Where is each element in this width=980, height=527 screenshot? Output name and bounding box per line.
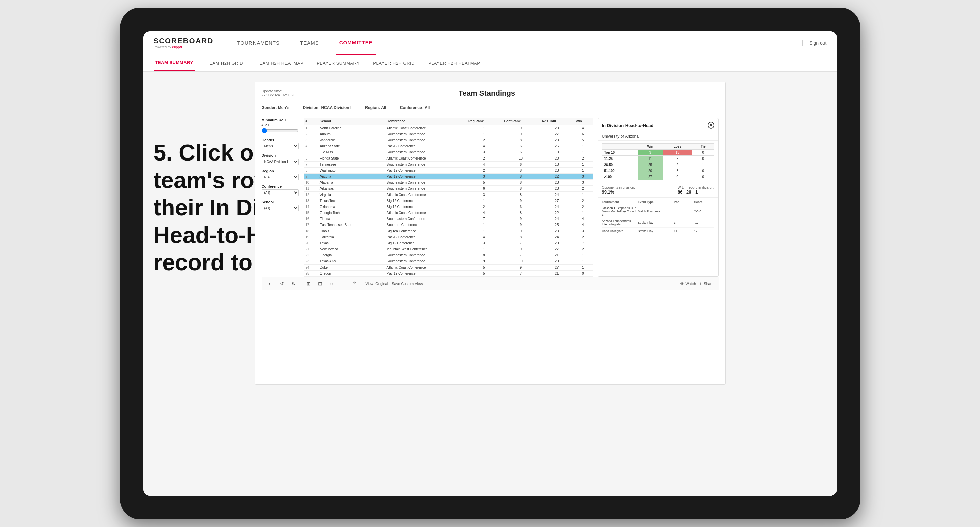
table-row[interactable]: 8 Washington Pac-12 Conference 2 8 23 1 [304, 168, 592, 174]
cell-reg-rank: 9 [466, 259, 502, 265]
h2h-table-section: Win Loss Tie Top 10 3 13 0 11-25 11 8 [598, 141, 718, 183]
h2h-cell-win: 20 [638, 168, 663, 174]
logo-powered: Powered by clippd [154, 45, 214, 49]
table-row[interactable]: 22 Georgia Southeastern Conference 8 7 2… [304, 252, 592, 259]
filter-gender: Gender: Men's [262, 105, 290, 110]
filter-region: Region: All [365, 105, 386, 110]
left-filter-gender-label: Gender [262, 138, 299, 142]
table-row[interactable]: 13 Texas Tech Big 12 Conference 1 9 27 2 [304, 198, 592, 204]
table-row[interactable]: 23 Texas A&M Southeastern Conference 9 1… [304, 259, 592, 265]
standings-table-container: # School Conference Reg Rank Conf Rank R… [304, 118, 592, 277]
table-row[interactable]: 20 Texas Big 12 Conference 3 7 20 7 [304, 240, 592, 246]
save-custom-button[interactable]: Save Custom View [391, 282, 423, 286]
cell-reg-rank: 1 [466, 222, 502, 228]
table-row[interactable]: 12 Virginia Atlantic Coast Conference 3 … [304, 192, 592, 198]
table-row[interactable]: 14 Oklahoma Big 12 Conference 2 6 24 2 [304, 204, 592, 210]
table-row[interactable]: 2 Auburn Southeastern Conference 1 9 27 … [304, 131, 592, 137]
subnav-player-h2h-grid[interactable]: PLAYER H2H GRID [371, 55, 417, 71]
tourn-score: 17 [694, 229, 714, 233]
cell-school: Arizona State [318, 143, 385, 149]
left-filter-division-label: Division [262, 154, 299, 157]
table-row[interactable]: 1 North Carolina Atlantic Coast Conferen… [304, 125, 592, 131]
tournaments-section: Tournament Event Type Pos Score Jackson … [598, 197, 718, 236]
cell-win: 6 [574, 131, 592, 137]
h2h-cell-loss: 8 [663, 156, 692, 162]
record-section: W-L-T record in-division: 86 - 26 - 1 [678, 186, 714, 195]
cell-win: 4 [574, 222, 592, 228]
cell-reg-rank: 3 [466, 174, 502, 180]
view-original-button[interactable]: View: Original [366, 282, 388, 286]
cell-conference: Big 12 Conference [385, 240, 466, 246]
school-select[interactable]: (All) [262, 205, 299, 211]
subnav-team-summary[interactable]: TEAM SUMMARY [154, 55, 195, 71]
h2h-cell-win: 3 [638, 150, 663, 156]
timer-button[interactable]: ⏱ [350, 279, 358, 288]
cell-num: 18 [304, 228, 318, 234]
cell-school: Illinois [318, 228, 385, 234]
table-row[interactable]: 25 Oregon Pac-12 Conference 5 7 21 0 [304, 271, 592, 277]
cell-school: Tennessee [318, 162, 385, 168]
cell-rds: 23 [540, 180, 574, 186]
cell-num: 16 [304, 216, 318, 222]
table-row[interactable]: 5 Ole Miss Southeastern Conference 3 6 1… [304, 149, 592, 156]
tourn-pos: 11 [674, 229, 694, 233]
right-panel-header: In Division Head-to-Head ✕ [598, 119, 718, 132]
table-row[interactable]: 19 California Pac-12 Conference 4 8 24 2 [304, 234, 592, 240]
close-button[interactable]: ✕ [708, 122, 714, 129]
fit-button[interactable]: ○ [328, 279, 336, 288]
table-row[interactable]: 7 Tennessee Southeastern Conference 4 6 … [304, 162, 592, 168]
cell-win: 2 [574, 198, 592, 204]
cell-school: North Carolina [318, 125, 385, 131]
cell-school: Florida [318, 216, 385, 222]
tourn-pos: 1 [674, 221, 694, 224]
cell-win: 2 [574, 234, 592, 240]
table-row[interactable]: 15 Georgia Tech Atlantic Coast Conferenc… [304, 210, 592, 216]
subnav-team-h2h-heatmap[interactable]: TEAM H2H HEATMAP [255, 55, 305, 71]
h2h-cell-label: Top 10 [602, 150, 638, 156]
table-row[interactable]: 3 Vanderbilt Southeastern Conference 2 8… [304, 137, 592, 143]
table-row[interactable]: 16 Florida Southeastern Conference 7 9 2… [304, 216, 592, 222]
gender-select[interactable]: Men's [262, 143, 299, 149]
nav-committee[interactable]: COMMITTEE [336, 31, 376, 54]
min-rounds-slider[interactable] [262, 128, 299, 133]
table-row[interactable]: 6 Florida State Atlantic Coast Conferenc… [304, 156, 592, 162]
sign-out-button[interactable]: Sign out [802, 40, 826, 46]
subnav-player-h2h-heatmap[interactable]: PLAYER H2H HEATMAP [426, 55, 482, 71]
tablet-screen: SCOREBOARD Powered by clippd TOURNAMENTS… [143, 31, 837, 496]
tourn-name: Cabo Collegiate [602, 229, 638, 233]
table-row[interactable]: 24 Duke Atlantic Coast Conference 5 9 27… [304, 265, 592, 271]
region-select[interactable]: N/A [262, 174, 299, 180]
tourn-name: Jackson T. Stephens Cup Men's Match-Play… [602, 206, 638, 216]
zoom-in-button[interactable]: ⊞ [305, 279, 313, 288]
cell-reg-rank: 5 [466, 180, 502, 186]
zoom-out-button[interactable]: ⊟ [316, 279, 324, 288]
add-button[interactable]: + [339, 279, 347, 288]
table-row[interactable]: 17 East Tennessee State Southern Confere… [304, 222, 592, 228]
redo-prev-button[interactable]: ↺ [278, 279, 286, 288]
nav-teams[interactable]: TEAMS [297, 31, 323, 54]
table-row[interactable]: 9 Arizona Pac-12 Conference 3 8 22 3 [304, 174, 592, 180]
division-select[interactable]: NCAA Division I [262, 159, 299, 165]
conference-select[interactable]: (All) [262, 189, 299, 196]
share-button[interactable]: ⬆ Share [699, 282, 713, 286]
table-row[interactable]: 18 Illinois Big Ten Conference 1 9 23 3 [304, 228, 592, 234]
table-row[interactable]: 4 Arizona State Pac-12 Conference 4 6 26… [304, 143, 592, 149]
cell-rds: 27 [540, 198, 574, 204]
cell-conf-rank: 9 [502, 216, 540, 222]
redo-button[interactable]: ↻ [290, 279, 298, 288]
undo-button[interactable]: ↩ [267, 279, 275, 288]
h2h-row: Top 10 3 13 0 [602, 150, 714, 156]
subnav-team-h2h-grid[interactable]: TEAM H2H GRID [205, 55, 245, 71]
watch-button[interactable]: 👁 Watch [680, 282, 696, 286]
table-row[interactable]: 21 New Mexico Mountain West Conference 1… [304, 246, 592, 252]
cell-reg-rank: 7 [466, 216, 502, 222]
table-row[interactable]: 10 Alabama Southeastern Conference 5 8 2… [304, 180, 592, 186]
bottom-toolbar: ↩ ↺ ↻ ⊞ ⊟ ○ + ⏱ View: Original Save Cust… [262, 277, 719, 290]
cell-conference: Atlantic Coast Conference [385, 192, 466, 198]
cell-num: 20 [304, 240, 318, 246]
table-row[interactable]: 11 Arkansas Southeastern Conference 6 8 … [304, 186, 592, 192]
subnav-player-summary[interactable]: PLAYER SUMMARY [315, 55, 361, 71]
cell-conf-rank: 6 [502, 149, 540, 156]
nav-tournaments[interactable]: TOURNAMENTS [234, 31, 283, 54]
top-navigation: SCOREBOARD Powered by clippd TOURNAMENTS… [143, 31, 837, 55]
